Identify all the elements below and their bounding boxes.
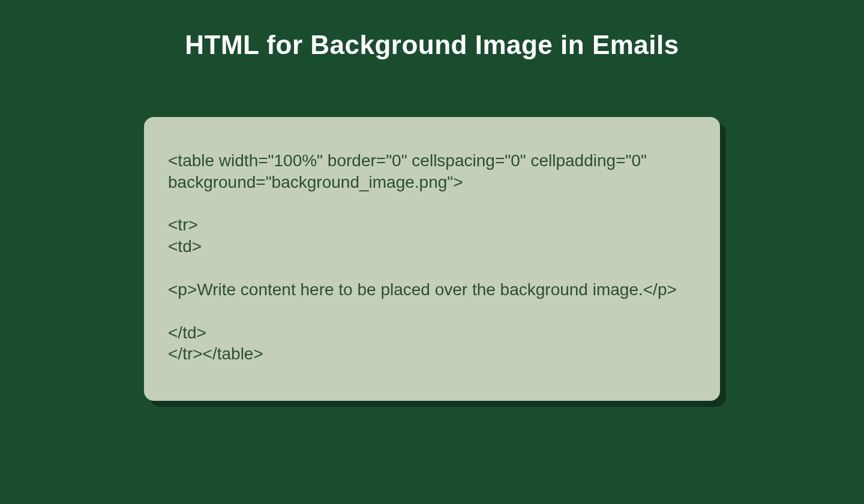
code-line-3: <tr> (168, 215, 198, 234)
code-line-8: </td> (168, 323, 206, 342)
code-line-6: <p>Write content here to be placed over … (168, 280, 677, 299)
code-block: <table width="100%" border="0" cellspaci… (144, 117, 720, 401)
code-line-1: <table width="100%" border="0" cellspaci… (168, 151, 652, 191)
code-line-4: <td> (168, 237, 202, 256)
document-container: HTML for Background Image in Emails <tab… (0, 0, 864, 504)
code-line-9: </tr></table> (168, 344, 263, 363)
page-title: HTML for Background Image in Emails (0, 30, 864, 60)
code-content: <table width="100%" border="0" cellspaci… (168, 150, 696, 365)
